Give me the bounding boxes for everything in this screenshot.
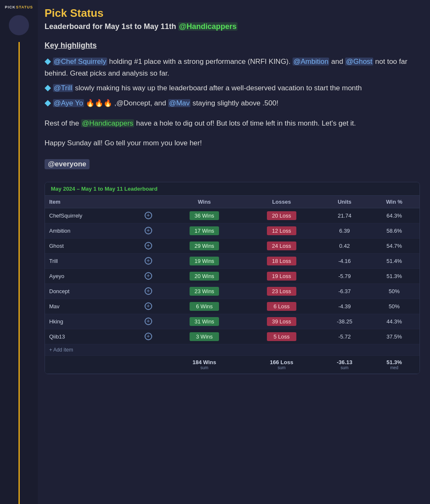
cell-losses: 19 Loss: [243, 268, 320, 284]
cell-icon: [130, 238, 166, 253]
cell-icon: [130, 253, 166, 268]
happy-sunday-text: Happy Sunday all! Go tell your mom you l…: [45, 137, 420, 149]
footer-wins: 184 Wins sum: [166, 355, 243, 373]
cell-name: Mav: [45, 299, 130, 314]
cell-icon: [130, 314, 166, 329]
loss-badge: 20 Loss: [267, 211, 296, 220]
loss-badge: 19 Loss: [267, 272, 296, 281]
cell-winpct: 44.3%: [369, 314, 419, 329]
line2-text: slowly making his way up the leaderboard…: [75, 84, 361, 92]
table-header-row: Item Wins Losses Units Win %: [45, 196, 419, 208]
loss-badge: 23 Loss: [267, 287, 296, 296]
cell-winpct: 51.4%: [369, 253, 419, 268]
row-icon[interactable]: [145, 242, 152, 249]
cell-losses: 23 Loss: [243, 284, 320, 299]
ghost-mention: @Ghost: [345, 58, 373, 66]
cell-wins: 23 Wins: [166, 284, 243, 299]
cell-winpct: 64.3%: [369, 208, 419, 223]
loss-badge: 6 Loss: [267, 302, 296, 311]
row-icon[interactable]: [145, 272, 152, 280]
row-icon[interactable]: [145, 333, 152, 340]
cell-winpct: 58.6%: [369, 223, 419, 238]
handicappers-mention: @Handicappers: [178, 22, 237, 31]
cell-losses: 18 Loss: [243, 253, 320, 268]
row-icon[interactable]: [145, 302, 152, 310]
ayeyo-mention: @Aye Yo: [53, 99, 84, 107]
col-icon: [130, 196, 166, 208]
section-title: Key highlights: [45, 41, 420, 50]
table-row: Doncept 23 Wins 23 Loss -6.37 50%: [45, 284, 419, 299]
cell-units: -5.79: [320, 268, 369, 284]
table-row: Mav 6 Wins 6 Loss -4.39 50%: [45, 299, 419, 314]
loss-badge: 12 Loss: [267, 226, 296, 235]
fire-emojis: 🔥🔥🔥 ,@Doncept, and: [86, 99, 168, 107]
table-row: Ghost 29 Wins 24 Loss 0.42 54.7%: [45, 238, 419, 253]
cell-icon: [130, 268, 166, 284]
wins-badge: 31 Wins: [190, 317, 219, 326]
key-highlights-section: Key highlights ◆ @Chef Squirrely holding…: [45, 41, 420, 149]
cell-icon: [130, 299, 166, 314]
cell-winpct: 50%: [369, 299, 419, 314]
loss-badge: 24 Loss: [267, 242, 296, 250]
footer-losses: 166 Loss sum: [243, 355, 320, 373]
row-icon[interactable]: [145, 318, 152, 325]
footer-wins-label: sum: [170, 365, 239, 370]
cell-losses: 20 Loss: [243, 208, 320, 223]
table-body: ChefSquirrely 36 Wins 20 Loss 21.74 64.3…: [45, 208, 419, 355]
page-title: Pick Status: [45, 7, 420, 20]
cell-icon: [130, 329, 166, 344]
footer-empty-2: [130, 355, 166, 373]
col-wins: Wins: [166, 196, 243, 208]
line1-text: holding #1 place with a strong performan…: [109, 58, 293, 66]
cell-losses: 6 Loss: [243, 299, 320, 314]
footer-wins-total: 184 Wins: [193, 359, 216, 365]
cell-units: -4.39: [320, 299, 369, 314]
table-row: Trill 19 Wins 18 Loss -4.16 51.4%: [45, 253, 419, 268]
table-row: Hking 31 Wins 39 Loss -38.25 44.3%: [45, 314, 419, 329]
loss-badge: 39 Loss: [267, 317, 296, 326]
loss-badge: 18 Loss: [267, 257, 296, 265]
cell-name: ChefSquirrely: [45, 208, 130, 223]
rest-handicappers-mention: @Handicappers: [81, 119, 134, 127]
row-icon[interactable]: [145, 227, 152, 234]
highlight-line-3: ◆ @Aye Yo 🔥🔥🔥 ,@Doncept, and @Mav stayin…: [45, 96, 420, 109]
everyone-mention: @everyone: [45, 159, 90, 169]
rest-suffix: have a hole to dig out of! But lots of t…: [136, 119, 356, 127]
row-icon[interactable]: [145, 212, 152, 219]
cell-losses: 5 Loss: [243, 329, 320, 344]
table-footer: 184 Wins sum 166 Loss sum -36.13 sum 5: [45, 355, 419, 373]
highlight-line-1: ◆ @Chef Squirrely holding #1 place with …: [45, 54, 420, 79]
cell-winpct: 51.3%: [369, 268, 419, 284]
cell-wins: 17 Wins: [166, 223, 243, 238]
leaderboard-header: May 2024 – May 1 to May 11 Leaderboard: [45, 182, 419, 196]
table-row: ChefSquirrely 36 Wins 20 Loss 21.74 64.3…: [45, 208, 419, 223]
row-icon[interactable]: [145, 257, 152, 265]
table-row: Qiib13 3 Wins 5 Loss -5.72 37.5%: [45, 329, 419, 344]
cell-icon: [130, 284, 166, 299]
main-content: Pick Status Leaderboard for May 1st to M…: [38, 0, 430, 504]
cell-losses: 39 Loss: [243, 314, 320, 329]
cell-name: Ayeyo: [45, 268, 130, 284]
everyone-container: @everyone: [45, 159, 420, 176]
ambition-mention: @Ambition: [293, 58, 329, 66]
cell-losses: 24 Loss: [243, 238, 320, 253]
chef-squirrely-mention: @Chef Squirrely: [53, 58, 107, 66]
wins-badge: 3 Wins: [190, 332, 219, 341]
cell-units: -5.72: [320, 329, 369, 344]
cell-name: Ambition: [45, 223, 130, 238]
rest-text: Rest of the @Handicappers have a hole to…: [45, 118, 420, 129]
cell-wins: 19 Wins: [166, 253, 243, 268]
add-item-cell[interactable]: + Add item: [45, 344, 419, 355]
header-subtitle: Leaderboard for May 1st to May 11th @Han…: [45, 22, 420, 31]
cell-wins: 31 Wins: [166, 314, 243, 329]
leaderboard-container: May 2024 – May 1 to May 11 Leaderboard I…: [45, 182, 420, 374]
avatar: [9, 15, 29, 35]
leaderboard-table: Item Wins Losses Units Win % ChefSquirre…: [45, 196, 419, 374]
add-item-row[interactable]: + Add item: [45, 344, 419, 355]
footer-empty-1: [45, 355, 130, 373]
table-row: Ayeyo 20 Wins 19 Loss -5.79 51.3%: [45, 268, 419, 284]
wins-badge: 19 Wins: [190, 257, 219, 265]
row-icon[interactable]: [145, 287, 152, 295]
cell-name: Qiib13: [45, 329, 130, 344]
subtitle-prefix: Leaderboard for May 1st to May 11th: [45, 22, 176, 31]
